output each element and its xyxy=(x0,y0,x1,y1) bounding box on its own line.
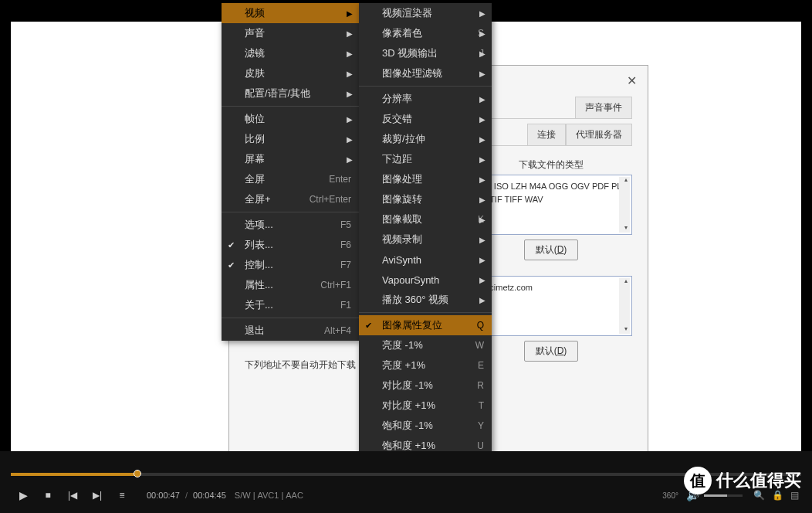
check-icon: ✔ xyxy=(228,260,235,270)
submenu-arrow-icon: ▶ xyxy=(479,135,486,144)
file-types-textbox[interactable]: IMG ISO LZH M4A OGG OGV PDF PLJ AR TIF T… xyxy=(470,175,632,235)
menu-item-label: 视频 xyxy=(245,6,351,20)
tab-sound-event[interactable]: 声音事件 xyxy=(575,97,632,118)
video-menu-item[interactable]: 图像处理滤镜▶ xyxy=(359,63,492,83)
menu-separator xyxy=(222,318,359,318)
close-icon[interactable]: ✕ xyxy=(627,73,637,88)
download-types-label: 下载文件的类型 xyxy=(470,158,632,172)
default-button-2[interactable]: 默认(D) xyxy=(524,341,579,362)
menu-button[interactable]: ≡ xyxy=(110,484,134,506)
submenu-arrow-icon: ▶ xyxy=(347,115,353,124)
video-menu-item[interactable]: 图像旋转▶ xyxy=(359,189,492,209)
video-menu-item[interactable]: 下边距▶ xyxy=(359,149,492,169)
file-types-text: IMG ISO LZH M4A OGG OGV PDF PLJ AR TIF T… xyxy=(475,182,626,204)
menu-item-label: 皮肤 xyxy=(245,66,351,80)
menu-item-label: 列表... xyxy=(245,238,325,252)
video-menu-item[interactable]: ✔图像属性复位Q xyxy=(359,315,492,335)
scroll-up-icon[interactable]: ▴ xyxy=(621,175,631,186)
tab-proxy[interactable]: 代理服务器 xyxy=(566,124,632,145)
main-menu-item[interactable]: 皮肤▶ xyxy=(222,63,359,83)
video-menu-item[interactable]: 图像截取K▶ xyxy=(359,209,492,229)
watermark-text: 什么值得买 xyxy=(716,469,801,492)
sites-textbox-2[interactable]: om.cimetz.com ▴ ▾ xyxy=(470,276,632,336)
main-menu-item[interactable]: 全屏+Ctrl+Enter xyxy=(222,189,359,209)
submenu-arrow-icon: ▶ xyxy=(479,175,486,184)
menu-item-label: 视频录制 xyxy=(382,233,484,246)
video-menu-item[interactable]: 亮度 +1%E xyxy=(359,355,492,375)
next-button[interactable]: ▶| xyxy=(85,484,110,506)
video-menu-item[interactable]: AviSynth▶ xyxy=(359,250,492,270)
scroll-up-icon[interactable]: ▴ xyxy=(621,277,631,287)
submenu-arrow-icon: ▶ xyxy=(479,296,486,304)
menu-item-label: 退出 xyxy=(245,324,309,338)
main-menu-item[interactable]: 屏幕▶ xyxy=(222,149,359,169)
video-menu-item[interactable]: 像素着色S▶ xyxy=(359,23,492,43)
main-menu-item[interactable]: 关于...F1 xyxy=(222,295,359,315)
main-menu-item[interactable]: 视频▶ xyxy=(222,3,359,23)
tab-connect[interactable]: 连接 xyxy=(527,124,566,145)
scroll-down-icon[interactable]: ▾ xyxy=(621,223,631,234)
seek-thumb[interactable] xyxy=(134,470,141,477)
video-menu-item[interactable]: 裁剪/拉伸▶ xyxy=(359,129,492,149)
menu-item-label: 声音 xyxy=(245,26,351,40)
menu-item-label: 饱和度 -1% xyxy=(382,419,462,433)
video-menu-item[interactable]: 3D 视频输出J▶ xyxy=(359,43,492,63)
main-menu-item[interactable]: 帧位▶ xyxy=(222,109,359,129)
context-menu-main[interactable]: 视频▶声音▶滤镜▶皮肤▶配置/语言/其他▶帧位▶比例▶屏幕▶全屏Enter全屏+… xyxy=(222,3,359,341)
main-menu-item[interactable]: 声音▶ xyxy=(222,23,359,43)
time-display: 00:00:47 / 00:04:45 xyxy=(147,491,226,500)
menu-item-label: 下边距 xyxy=(382,152,484,166)
play-button[interactable]: ▶ xyxy=(11,484,36,506)
menu-item-shortcut: F6 xyxy=(340,240,351,250)
menu-item-label: 屏幕 xyxy=(245,152,351,166)
main-menu-item[interactable]: ✔列表...F6 xyxy=(222,235,359,255)
main-menu-item[interactable]: 属性...Ctrl+F1 xyxy=(222,275,359,295)
seek-fill xyxy=(11,473,137,476)
360-button[interactable]: 360° xyxy=(662,491,678,500)
main-menu-item[interactable]: 比例▶ xyxy=(222,129,359,149)
video-menu-item[interactable]: 反交错▶ xyxy=(359,109,492,129)
menu-item-label: 比例 xyxy=(245,132,351,146)
video-menu-item[interactable]: 视频录制▶ xyxy=(359,229,492,250)
video-menu-item[interactable]: 视频渲染器▶ xyxy=(359,3,492,23)
menu-item-label: 选项... xyxy=(245,218,325,232)
video-menu-item[interactable]: 播放 360° 视频▶ xyxy=(359,290,492,310)
main-menu-item[interactable]: ✔控制...F7 xyxy=(222,255,359,275)
menu-item-label: 亮度 -1% xyxy=(382,338,460,352)
prev-button[interactable]: |◀ xyxy=(60,484,85,506)
submenu-arrow-icon: ▶ xyxy=(479,216,486,224)
seek-bar[interactable] xyxy=(11,473,801,476)
menu-item-shortcut: W xyxy=(475,340,484,351)
main-menu-item[interactable]: 退出Alt+F4 xyxy=(222,321,359,341)
menu-item-label: 图像处理 xyxy=(382,172,484,186)
menu-item-label: 全屏+ xyxy=(245,192,294,206)
video-menu-item[interactable]: 亮度 -1%W xyxy=(359,335,492,355)
menu-item-label: 分辨率 xyxy=(382,92,484,106)
menu-separator xyxy=(222,106,359,107)
video-menu-item[interactable]: 饱和度 -1%Y xyxy=(359,416,492,436)
menu-item-label: 对比度 +1% xyxy=(382,399,463,413)
video-menu-item[interactable]: VapourSynth▶ xyxy=(359,270,492,290)
submenu-arrow-icon: ▶ xyxy=(347,9,353,18)
default-button-1[interactable]: 默认(D) xyxy=(524,240,579,260)
menu-item-shortcut: F1 xyxy=(340,300,351,311)
menu-item-shortcut: F7 xyxy=(340,260,351,270)
menu-item-label: 图像旋转 xyxy=(382,192,484,206)
submenu-arrow-icon: ▶ xyxy=(479,70,486,78)
main-menu-item[interactable]: 选项...F5 xyxy=(222,215,359,235)
menu-separator xyxy=(359,86,492,87)
video-menu-item[interactable]: 对比度 +1%T xyxy=(359,396,492,416)
context-menu-video[interactable]: 视频渲染器▶像素着色S▶3D 视频输出J▶图像处理滤镜▶分辨率▶反交错▶裁剪/拉… xyxy=(359,3,492,513)
video-menu-item[interactable]: 分辨率▶ xyxy=(359,89,492,109)
video-menu-item[interactable]: 对比度 -1%R xyxy=(359,375,492,396)
check-icon: ✔ xyxy=(228,240,235,250)
menu-item-shortcut: F5 xyxy=(340,219,351,230)
main-menu-item[interactable]: 滤镜▶ xyxy=(222,43,359,63)
stop-button[interactable]: ■ xyxy=(36,484,60,506)
menu-item-label: 滤镜 xyxy=(245,46,351,60)
scroll-down-icon[interactable]: ▾ xyxy=(621,324,631,335)
check-icon: ✔ xyxy=(365,321,372,331)
main-menu-item[interactable]: 配置/语言/其他▶ xyxy=(222,83,359,104)
video-menu-item[interactable]: 图像处理▶ xyxy=(359,169,492,189)
main-menu-item[interactable]: 全屏Enter xyxy=(222,169,359,189)
